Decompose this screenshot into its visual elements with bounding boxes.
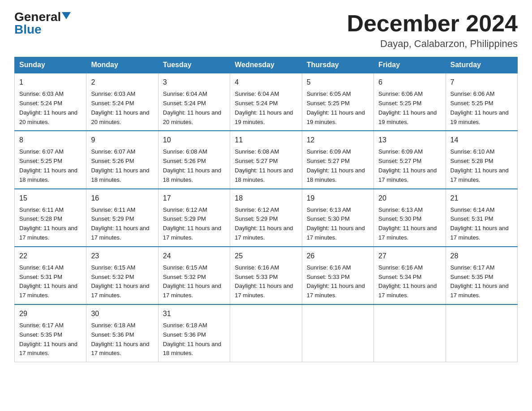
day-number: 22: [19, 251, 82, 261]
day-number: 27: [378, 251, 441, 261]
day-number: 21: [450, 193, 513, 204]
calendar-cell: 10 Sunrise: 6:08 AMSunset: 5:26 PMDaylig…: [158, 131, 230, 188]
day-number: 17: [163, 193, 225, 204]
calendar-cell: 12 Sunrise: 6:09 AMSunset: 5:27 PMDaylig…: [302, 131, 373, 188]
calendar-cell: 19 Sunrise: 6:13 AMSunset: 5:30 PMDaylig…: [302, 189, 373, 247]
day-number: 12: [307, 135, 369, 146]
day-number: 31: [163, 308, 225, 319]
day-number: 6: [378, 77, 441, 88]
day-info: Sunrise: 6:14 AMSunset: 5:31 PMDaylight:…: [19, 264, 77, 299]
calendar-cell: 9 Sunrise: 6:07 AMSunset: 5:26 PMDayligh…: [86, 131, 158, 188]
day-number: 15: [19, 193, 82, 204]
day-info: Sunrise: 6:16 AMSunset: 5:34 PMDaylight:…: [378, 264, 437, 299]
day-info: Sunrise: 6:04 AMSunset: 5:24 PMDaylight:…: [235, 90, 293, 125]
day-number: 1: [19, 77, 82, 88]
page-header: General Blue December 2024 Dayap, Calaba…: [14, 11, 518, 50]
calendar-cell: 15 Sunrise: 6:11 AMSunset: 5:28 PMDaylig…: [15, 189, 86, 247]
calendar-cell: 30 Sunrise: 6:18 AMSunset: 5:36 PMDaylig…: [86, 304, 158, 362]
calendar-cell: 4 Sunrise: 6:04 AMSunset: 5:24 PMDayligh…: [230, 73, 302, 131]
logo-blue-text: Blue: [14, 23, 42, 36]
day-info: Sunrise: 6:15 AMSunset: 5:32 PMDaylight:…: [163, 264, 221, 299]
day-info: Sunrise: 6:16 AMSunset: 5:33 PMDaylight:…: [307, 264, 365, 299]
calendar-cell: 23 Sunrise: 6:15 AMSunset: 5:32 PMDaylig…: [86, 247, 158, 304]
day-number: 18: [235, 193, 297, 204]
calendar-cell: 25 Sunrise: 6:16 AMSunset: 5:33 PMDaylig…: [230, 247, 302, 304]
logo: General Blue: [14, 11, 71, 36]
calendar-cell: 16 Sunrise: 6:11 AMSunset: 5:29 PMDaylig…: [86, 189, 158, 247]
calendar-cell: 21 Sunrise: 6:14 AMSunset: 5:31 PMDaylig…: [446, 189, 517, 247]
calendar-cell: 1 Sunrise: 6:03 AMSunset: 5:24 PMDayligh…: [15, 73, 86, 131]
day-number: 20: [378, 193, 441, 204]
calendar-cell: 17 Sunrise: 6:12 AMSunset: 5:29 PMDaylig…: [158, 189, 230, 247]
weekday-header-monday: Monday: [86, 57, 158, 73]
calendar-cell: 5 Sunrise: 6:05 AMSunset: 5:25 PMDayligh…: [302, 73, 373, 131]
location-subtitle: Dayap, Calabarzon, Philippines: [347, 38, 518, 50]
day-info: Sunrise: 6:15 AMSunset: 5:32 PMDaylight:…: [91, 264, 149, 299]
day-number: 19: [307, 193, 369, 204]
day-info: Sunrise: 6:13 AMSunset: 5:30 PMDaylight:…: [307, 206, 365, 241]
day-info: Sunrise: 6:12 AMSunset: 5:29 PMDaylight:…: [235, 206, 293, 241]
day-info: Sunrise: 6:13 AMSunset: 5:30 PMDaylight:…: [378, 206, 437, 241]
day-info: Sunrise: 6:11 AMSunset: 5:28 PMDaylight:…: [19, 206, 77, 241]
day-info: Sunrise: 6:17 AMSunset: 5:35 PMDaylight:…: [450, 264, 509, 299]
day-number: 25: [235, 251, 297, 261]
calendar-cell: 28 Sunrise: 6:17 AMSunset: 5:35 PMDaylig…: [446, 247, 517, 304]
day-number: 30: [91, 308, 153, 319]
day-info: Sunrise: 6:05 AMSunset: 5:25 PMDaylight:…: [307, 90, 365, 125]
day-info: Sunrise: 6:07 AMSunset: 5:26 PMDaylight:…: [91, 148, 149, 183]
weekday-header-sunday: Sunday: [15, 57, 86, 73]
calendar-cell: 11 Sunrise: 6:08 AMSunset: 5:27 PMDaylig…: [230, 131, 302, 188]
day-info: Sunrise: 6:03 AMSunset: 5:24 PMDaylight:…: [91, 90, 149, 125]
calendar-cell: 7 Sunrise: 6:06 AMSunset: 5:25 PMDayligh…: [446, 73, 517, 131]
day-info: Sunrise: 6:04 AMSunset: 5:24 PMDaylight:…: [163, 90, 221, 125]
day-info: Sunrise: 6:06 AMSunset: 5:25 PMDaylight:…: [450, 90, 509, 125]
calendar-cell: [230, 304, 302, 362]
day-info: Sunrise: 6:09 AMSunset: 5:27 PMDaylight:…: [307, 148, 365, 183]
calendar-cell: [446, 304, 517, 362]
day-info: Sunrise: 6:06 AMSunset: 5:25 PMDaylight:…: [378, 90, 437, 125]
calendar-cell: 13 Sunrise: 6:09 AMSunset: 5:27 PMDaylig…: [374, 131, 446, 188]
day-info: Sunrise: 6:10 AMSunset: 5:28 PMDaylight:…: [450, 148, 509, 183]
page-title: December 2024: [347, 11, 518, 36]
day-number: 16: [91, 193, 153, 204]
day-number: 26: [307, 251, 369, 261]
day-number: 5: [307, 77, 369, 88]
calendar-week-row: 15 Sunrise: 6:11 AMSunset: 5:28 PMDaylig…: [15, 189, 518, 247]
day-info: Sunrise: 6:12 AMSunset: 5:29 PMDaylight:…: [163, 206, 221, 241]
day-number: 24: [163, 251, 225, 261]
calendar-week-row: 1 Sunrise: 6:03 AMSunset: 5:24 PMDayligh…: [15, 73, 518, 131]
day-number: 28: [450, 251, 513, 261]
day-info: Sunrise: 6:18 AMSunset: 5:36 PMDaylight:…: [91, 322, 149, 356]
calendar-cell: 8 Sunrise: 6:07 AMSunset: 5:25 PMDayligh…: [15, 131, 86, 188]
logo-general-text: General: [14, 11, 61, 23]
day-number: 29: [19, 308, 82, 319]
day-info: Sunrise: 6:03 AMSunset: 5:24 PMDaylight:…: [19, 90, 77, 125]
day-info: Sunrise: 6:09 AMSunset: 5:27 PMDaylight:…: [378, 148, 437, 183]
calendar-cell: 27 Sunrise: 6:16 AMSunset: 5:34 PMDaylig…: [374, 247, 446, 304]
calendar-cell: 29 Sunrise: 6:17 AMSunset: 5:35 PMDaylig…: [15, 304, 86, 362]
day-info: Sunrise: 6:11 AMSunset: 5:29 PMDaylight:…: [91, 206, 149, 241]
day-number: 10: [163, 135, 225, 146]
calendar-cell: 22 Sunrise: 6:14 AMSunset: 5:31 PMDaylig…: [15, 247, 86, 304]
calendar-cell: 31 Sunrise: 6:18 AMSunset: 5:36 PMDaylig…: [158, 304, 230, 362]
day-number: 3: [163, 77, 225, 88]
calendar-week-row: 22 Sunrise: 6:14 AMSunset: 5:31 PMDaylig…: [15, 247, 518, 304]
day-number: 14: [450, 135, 513, 146]
calendar-cell: 18 Sunrise: 6:12 AMSunset: 5:29 PMDaylig…: [230, 189, 302, 247]
calendar-cell: 2 Sunrise: 6:03 AMSunset: 5:24 PMDayligh…: [86, 73, 158, 131]
day-number: 23: [91, 251, 153, 261]
calendar-cell: 14 Sunrise: 6:10 AMSunset: 5:28 PMDaylig…: [446, 131, 517, 188]
weekday-header-tuesday: Tuesday: [158, 57, 230, 73]
day-number: 8: [19, 135, 82, 146]
calendar-week-row: 8 Sunrise: 6:07 AMSunset: 5:25 PMDayligh…: [15, 131, 518, 188]
weekday-header-row: SundayMondayTuesdayWednesdayThursdayFrid…: [15, 57, 518, 73]
calendar-cell: 6 Sunrise: 6:06 AMSunset: 5:25 PMDayligh…: [374, 73, 446, 131]
day-info: Sunrise: 6:16 AMSunset: 5:33 PMDaylight:…: [235, 264, 293, 299]
calendar-table: SundayMondayTuesdayWednesdayThursdayFrid…: [14, 57, 518, 362]
day-info: Sunrise: 6:08 AMSunset: 5:26 PMDaylight:…: [163, 148, 221, 183]
weekday-header-thursday: Thursday: [302, 57, 373, 73]
day-number: 2: [91, 77, 153, 88]
calendar-cell: [374, 304, 446, 362]
day-info: Sunrise: 6:14 AMSunset: 5:31 PMDaylight:…: [450, 206, 509, 241]
calendar-cell: 24 Sunrise: 6:15 AMSunset: 5:32 PMDaylig…: [158, 247, 230, 304]
